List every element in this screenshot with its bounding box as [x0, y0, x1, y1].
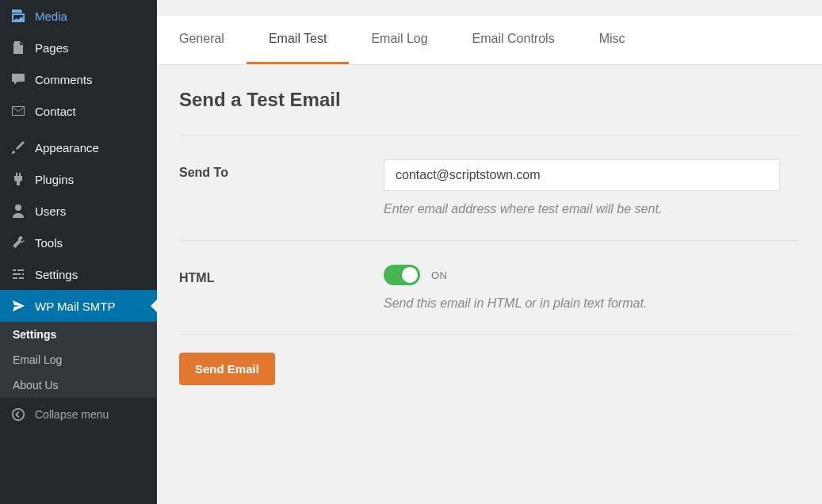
sidebar-item-label: Comments [35, 73, 93, 86]
sidebar-item-users[interactable]: Users [0, 195, 157, 227]
sidebar-item-label: Tools [35, 236, 63, 250]
tab-email-log[interactable]: Email Log [349, 16, 449, 64]
html-toggle[interactable] [384, 265, 420, 285]
admin-sidebar: Media Pages Comments Contact Appearance … [0, 0, 157, 504]
sidebar-item-plugins[interactable]: Plugins [0, 163, 157, 195]
sidebar-item-settings[interactable]: Settings [0, 258, 157, 290]
html-toggle-state: ON [431, 269, 448, 281]
sidebar-item-pages[interactable]: Pages [0, 32, 157, 63]
form-row-html: HTML ON Send this email in HTML or in pl… [179, 240, 800, 334]
sidebar-item-label: Appearance [35, 141, 99, 155]
sidebar-item-comments[interactable]: Comments [0, 63, 157, 95]
submenu-item-about-us[interactable]: About Us [0, 372, 157, 398]
send-to-input[interactable] [384, 159, 780, 191]
main-content: General Email Test Email Log Email Contr… [157, 0, 822, 504]
sidebar-item-media[interactable]: Media [0, 0, 157, 32]
send-to-label: Send To [179, 159, 384, 216]
settings-tabbar: General Email Test Email Log Email Contr… [157, 16, 822, 65]
submenu-item-settings[interactable]: Settings [0, 322, 157, 347]
tab-email-test[interactable]: Email Test [247, 16, 350, 64]
html-label: HTML [179, 265, 384, 311]
sidebar-item-contact[interactable]: Contact [0, 95, 157, 127]
tab-misc[interactable]: Misc [577, 16, 648, 64]
sliders-icon [10, 265, 27, 283]
sidebar-item-label: Contact [35, 105, 76, 118]
submenu-item-email-log[interactable]: Email Log [0, 347, 157, 372]
pages-icon [10, 39, 27, 56]
page-title: Send a Test Email [179, 89, 800, 111]
send-to-field: Enter email address where test email wil… [384, 159, 800, 216]
collapse-menu-button[interactable]: Collapse menu [0, 398, 157, 431]
page-body: Send a Test Email Send To Enter email ad… [157, 65, 822, 409]
sidebar-item-appearance[interactable]: Appearance [0, 132, 157, 163]
wrench-icon [10, 234, 27, 251]
media-icon [10, 7, 27, 25]
collapse-icon [10, 406, 27, 423]
plug-icon [10, 170, 27, 188]
send-to-help: Enter email address where test email wil… [384, 202, 800, 216]
html-toggle-row: ON [384, 265, 800, 285]
tab-email-controls[interactable]: Email Controls [450, 16, 577, 64]
send-email-button[interactable]: Send Email [179, 353, 275, 385]
envelope-icon [10, 102, 27, 120]
sidebar-item-label: Media [35, 10, 67, 23]
html-field: ON Send this email in HTML or in plain t… [384, 265, 800, 311]
sidebar-item-wp-mail-smtp[interactable]: WP Mail SMTP [0, 290, 157, 322]
mail-send-icon [10, 297, 27, 315]
sidebar-submenu: Settings Email Log About Us [0, 322, 157, 398]
sidebar-item-label: Plugins [35, 173, 74, 186]
svg-point-0 [13, 409, 24, 420]
sidebar-item-tools[interactable]: Tools [0, 227, 157, 258]
user-icon [10, 202, 27, 220]
sidebar-item-label: Users [35, 204, 66, 218]
tab-general[interactable]: General [157, 16, 247, 64]
html-help: Send this email in HTML or in plain text… [384, 296, 800, 311]
comments-icon [10, 71, 27, 88]
toggle-knob [402, 267, 418, 283]
collapse-label: Collapse menu [35, 408, 109, 421]
brush-icon [10, 139, 27, 156]
sidebar-item-label: Pages [35, 41, 69, 55]
sidebar-item-label: WP Mail SMTP [35, 300, 115, 313]
form-row-send-to: Send To Enter email address where test e… [179, 135, 800, 240]
form-actions: Send Email [179, 334, 800, 385]
sidebar-item-label: Settings [35, 268, 78, 281]
